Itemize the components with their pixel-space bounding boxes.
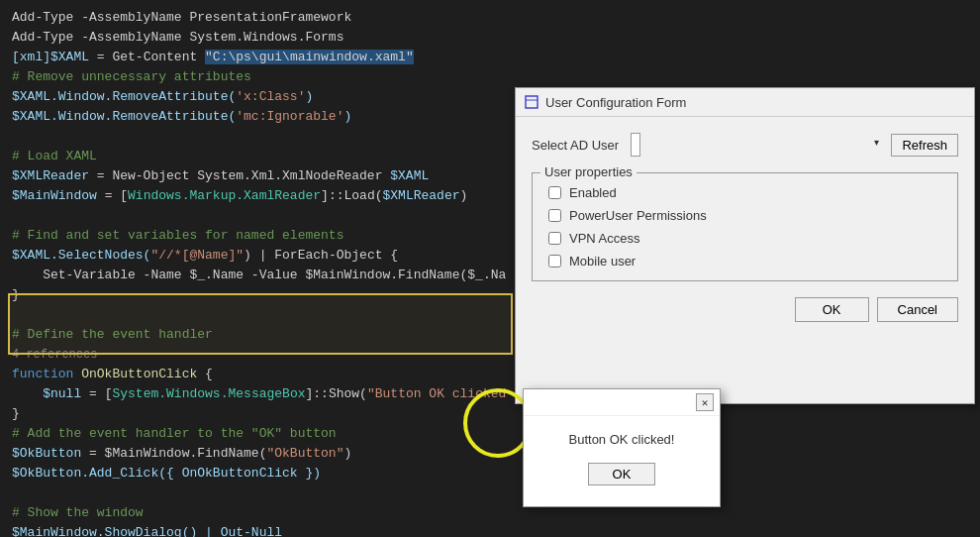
vpn-label: VPN Access bbox=[569, 231, 640, 246]
checkbox-row-mobile: Mobile user bbox=[548, 254, 941, 268]
message-box-text: Button OK clicked! bbox=[539, 432, 704, 447]
code-line-10: $MainWindow = [Windows.Markup.XamlReader… bbox=[12, 186, 513, 206]
code-line-24: $OkButton.Add_Click({ OnOkButtonClick }) bbox=[12, 464, 513, 483]
mobile-checkbox[interactable] bbox=[548, 255, 561, 268]
window-body: Select AD User ▾ Refresh User properties… bbox=[516, 117, 974, 338]
code-line-18: 4 references bbox=[12, 345, 513, 365]
message-box: ✕ Button OK clicked! OK bbox=[523, 388, 721, 507]
checkbox-row-enabled: Enabled bbox=[548, 185, 941, 200]
poweruser-label: PowerUser Permissions bbox=[569, 208, 707, 223]
cancel-button[interactable]: Cancel bbox=[877, 297, 958, 322]
code-line-14: Set-Variable -Name $_.Name -Value $MainW… bbox=[12, 266, 513, 285]
code-line-5: $XAML.Window.RemoveAttribute('x:Class') bbox=[12, 87, 513, 107]
enabled-label: Enabled bbox=[569, 185, 617, 200]
code-line-11 bbox=[12, 206, 513, 226]
ad-user-select[interactable] bbox=[631, 133, 640, 157]
message-box-close-button[interactable]: ✕ bbox=[696, 393, 714, 411]
code-line-8: # Load XAML bbox=[12, 147, 513, 166]
enabled-checkbox[interactable] bbox=[548, 186, 561, 199]
ad-user-select-wrapper: ▾ bbox=[631, 133, 883, 157]
code-line-26: # Show the window bbox=[12, 503, 513, 523]
code-line-15: } bbox=[12, 285, 513, 305]
select-dropdown-arrow: ▾ bbox=[874, 137, 879, 148]
window-icon bbox=[524, 94, 539, 110]
ok-button[interactable]: OK bbox=[795, 297, 869, 322]
checkbox-row-poweruser: PowerUser Permissions bbox=[548, 208, 941, 223]
select-ad-user-label: Select AD User bbox=[532, 138, 631, 153]
code-editor: Add-Type -AssemblyName PresentationFrame… bbox=[0, 0, 525, 537]
group-legend: User properties bbox=[540, 164, 637, 179]
code-line-19: function OnOkButtonClick { bbox=[12, 365, 513, 384]
code-line-13: $XAML.SelectNodes("//*[@Name]") | ForEac… bbox=[12, 246, 513, 266]
select-ad-user-row: Select AD User ▾ Refresh bbox=[532, 133, 958, 157]
window-titlebar: User Configuration Form bbox=[516, 88, 974, 117]
message-box-ok-button[interactable]: OK bbox=[588, 463, 656, 485]
code-line-20: $null = [System.Windows.MessageBox]::Sho… bbox=[12, 384, 513, 404]
code-line-4: # Remove unnecessary attributes bbox=[12, 67, 513, 87]
mobile-label: Mobile user bbox=[569, 254, 636, 268]
checkbox-row-vpn: VPN Access bbox=[548, 231, 941, 246]
window-title: User Configuration Form bbox=[545, 95, 686, 110]
code-line-21: } bbox=[12, 404, 513, 424]
code-line-9: $XMLReader = New-Object System.Xml.XmlNo… bbox=[12, 166, 513, 186]
code-line-1: Add-Type -AssemblyName PresentationFrame… bbox=[12, 8, 513, 28]
code-line-22: # Add the event handler to the "OK" butt… bbox=[12, 424, 513, 444]
vpn-checkbox[interactable] bbox=[548, 232, 561, 245]
message-box-titlebar: ✕ bbox=[524, 389, 720, 416]
message-box-body: Button OK clicked! OK bbox=[524, 416, 720, 501]
code-line-16 bbox=[12, 305, 513, 325]
code-line-6: $XAML.Window.RemoveAttribute('mc:Ignorab… bbox=[12, 107, 513, 127]
svg-rect-0 bbox=[526, 96, 538, 108]
refresh-button[interactable]: Refresh bbox=[891, 134, 958, 157]
code-line-23: $OkButton = $MainWindow.FindName("OkButt… bbox=[12, 444, 513, 464]
user-config-window: User Configuration Form Select AD User ▾… bbox=[515, 87, 975, 404]
code-line-27: $MainWindow.ShowDialog() | Out-Null bbox=[12, 523, 513, 537]
config-button-row: OK Cancel bbox=[532, 297, 958, 322]
user-properties-group: User properties Enabled PowerUser Permis… bbox=[532, 172, 958, 281]
code-line-2: Add-Type -AssemblyName System.Windows.Fo… bbox=[12, 28, 513, 48]
code-line-25 bbox=[12, 483, 513, 503]
code-line-3: [xml]$XAML = Get-Content "C:\ps\gui\main… bbox=[12, 48, 513, 67]
code-line-12: # Find and set variables for named eleme… bbox=[12, 226, 513, 246]
poweruser-checkbox[interactable] bbox=[548, 209, 561, 222]
code-line-7 bbox=[12, 127, 513, 147]
code-line-17: # Define the event handler bbox=[12, 325, 513, 345]
